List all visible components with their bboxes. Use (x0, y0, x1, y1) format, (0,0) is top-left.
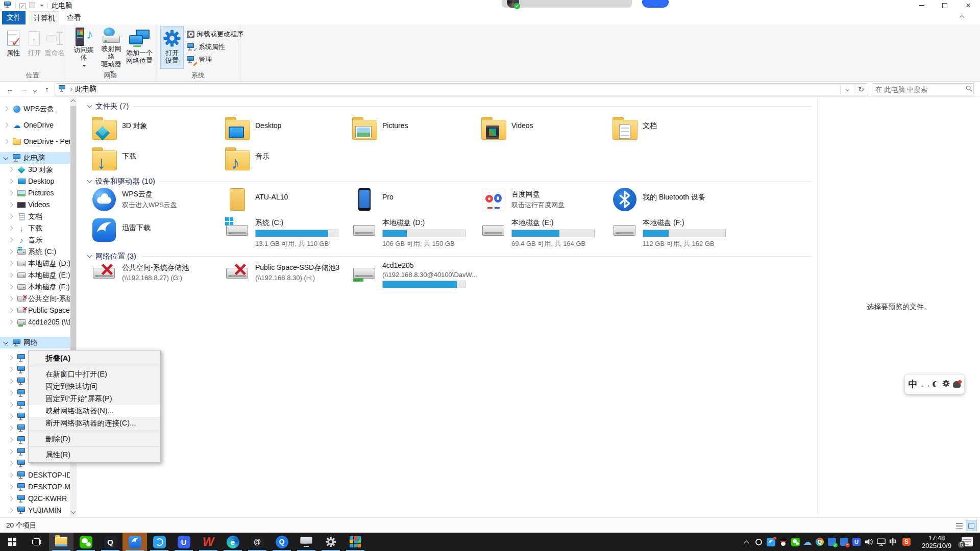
tray-uu-tray[interactable]: U (850, 533, 863, 551)
tree-item[interactable]: Q2C-KWRR (0, 493, 70, 505)
taskbar-app-file-explorer[interactable] (49, 533, 74, 551)
taskbar-app-pixel-app[interactable] (343, 533, 368, 551)
ime-logo-icon[interactable] (953, 381, 961, 388)
file-tile[interactable]: ♪音乐 (225, 147, 353, 174)
context-menu-item[interactable]: 在新窗口中打开(E) (29, 368, 160, 380)
context-menu-item[interactable]: 固定到快速访问 (29, 380, 160, 392)
taskbar-app-remote-desktop[interactable] (294, 533, 318, 551)
customize-toolbar-dropdown-icon[interactable] (40, 5, 44, 7)
tab-computer[interactable]: 计算机 (30, 11, 59, 24)
background-window-peek[interactable]: ✓ (502, 0, 632, 8)
section-header[interactable]: 网络位置 (3) (88, 251, 812, 261)
file-tile[interactable]: 4cd1e205(\\192.168.8.30@40100\DavW... (352, 261, 480, 294)
chevron-right-icon[interactable] (8, 485, 13, 489)
file-tile[interactable]: 本地磁盘 (E:)69.4 GB 可用, 共 164 GB (481, 218, 609, 247)
chevron-down-icon[interactable] (4, 340, 8, 344)
tree-item[interactable]: × 公共空间-系统存 (0, 293, 70, 305)
tree-item[interactable]: 系统 (C:) (0, 246, 70, 258)
file-tile[interactable]: 本地磁盘 (D:)106 GB 可用, 共 150 GB (352, 218, 480, 247)
file-tile[interactable]: ATU-AL10 (225, 188, 353, 216)
file-tile[interactable]: 我的 Bluetooth 设备 (612, 188, 741, 216)
search-box[interactable] (872, 83, 974, 95)
ime-halfwidth-moon-icon[interactable] (933, 381, 939, 387)
ime-language-mode[interactable]: 中 (909, 378, 918, 390)
chevron-right-icon[interactable] (8, 214, 13, 219)
tree-item[interactable]: DESKTOP-MG (0, 481, 70, 493)
taskbar-app-edge[interactable]: e (220, 533, 245, 551)
context-menu-item[interactable]: 映射网络驱动器(N)... (29, 405, 160, 417)
taskbar-app-thunder[interactable] (122, 533, 147, 551)
tree-item[interactable]: Videos (0, 199, 70, 211)
tree-item[interactable]: 3D 对象 (0, 164, 70, 176)
tree-item[interactable]: ♪ 音乐 (0, 234, 70, 246)
breadcrumb[interactable]: 此电脑 (55, 85, 96, 94)
chevron-right-icon[interactable] (8, 249, 13, 254)
chevron-right-icon[interactable] (8, 273, 13, 278)
up-button[interactable]: ↑ (41, 84, 53, 95)
back-button[interactable]: ← (4, 84, 16, 95)
tray-sogou[interactable]: S (900, 533, 913, 551)
breadcrumb-location[interactable]: 此电脑 (75, 85, 96, 94)
file-tile[interactable]: 迅雷下载 (91, 218, 220, 247)
context-menu-item[interactable]: 断开网络驱动器的连接(C)... (29, 417, 160, 429)
file-tile[interactable]: ×公共空间-系统存储池(\\192.168.8.27) (G:) (91, 261, 220, 294)
chevron-right-icon[interactable] (8, 191, 13, 195)
chevron-down-icon[interactable] (4, 155, 8, 160)
taskbar-app-settings[interactable] (318, 533, 343, 551)
tray-ime-zh[interactable]: 中 (887, 533, 899, 551)
ribbon-button-properties[interactable]: ✓ 属性 (3, 26, 23, 69)
chevron-right-icon[interactable] (8, 449, 13, 454)
chevron-right-icon[interactable] (8, 461, 13, 466)
start-button[interactable] (0, 533, 24, 551)
tree-item[interactable]: Pictures (0, 187, 70, 199)
taskbar-app-im-blue[interactable] (147, 533, 172, 551)
file-tile[interactable]: WPS云盘双击进入WPS云盘 (91, 188, 220, 216)
tray-sync-ok[interactable]: ✓ (826, 533, 838, 551)
chevron-right-icon[interactable] (8, 438, 13, 442)
minimize-button[interactable] (910, 0, 933, 11)
tree-item[interactable]: 4cd1e205 (\\1 (0, 316, 70, 328)
file-tile[interactable]: Pictures (352, 116, 480, 144)
chevron-right-icon[interactable] (8, 285, 13, 289)
chevron-right-icon[interactable] (8, 261, 13, 266)
context-menu-item[interactable]: 删除(D) (29, 433, 160, 445)
tray-qq-tray[interactable] (777, 533, 789, 551)
context-menu-item[interactable]: 固定到“开始”屏幕(P) (29, 392, 160, 405)
tab-view[interactable]: 查看 (62, 11, 86, 24)
chevron-right-icon[interactable] (8, 414, 13, 419)
scroll-down-icon[interactable] (71, 509, 76, 514)
file-tile[interactable]: 3D 对象 (91, 116, 220, 144)
tray-onedrive-tray[interactable]: ☁ (801, 533, 814, 551)
file-tile[interactable]: 系统 (C:)13.1 GB 可用, 共 110 GB (225, 218, 353, 247)
ribbon-button-settings-gear[interactable]: 打开设置 (160, 26, 184, 69)
tree-item[interactable]: 本地磁盘 (D:) (0, 258, 70, 269)
chevron-right-icon[interactable] (8, 296, 13, 301)
task-view-button[interactable] (24, 533, 49, 551)
chevron-right-icon[interactable] (8, 426, 13, 431)
file-tile[interactable]: Pro (352, 188, 480, 216)
ribbon-small-button-manage[interactable]: 管理 (186, 54, 283, 65)
ime-settings-gear-icon[interactable] (942, 380, 950, 389)
ribbon-collapse-chevron-icon[interactable] (960, 15, 965, 20)
file-tile[interactable]: Videos (481, 116, 609, 144)
taskbar-app-qq[interactable]: Q (98, 533, 122, 551)
taskbar-clock[interactable]: 17:482025/10/9 (915, 533, 959, 551)
details-view-toggle[interactable] (953, 520, 965, 531)
chevron-right-icon[interactable] (8, 179, 13, 184)
file-tile[interactable]: 文档 (612, 116, 741, 144)
tray-hidden-icons-chevron[interactable] (740, 533, 752, 551)
tray-network-tray[interactable] (875, 533, 887, 551)
icons-view-toggle[interactable] (966, 520, 977, 531)
ribbon-button-add-network[interactable]: 添加一个网络位置 (126, 26, 153, 69)
tree-item[interactable]: 本地磁盘 (F:) (0, 281, 70, 293)
tree-item[interactable]: Desktop (0, 176, 70, 187)
scrollbar-thumb[interactable] (70, 106, 76, 392)
chevron-right-icon[interactable] (8, 367, 13, 372)
file-tile[interactable]: ↓下载 (91, 147, 220, 174)
tray-q-colorful[interactable]: Q (814, 533, 826, 551)
tree-item[interactable]: 网络 (0, 337, 70, 348)
chevron-right-icon[interactable] (8, 403, 13, 407)
ime-toolbar[interactable]: 中 。, (904, 374, 965, 394)
section-collapse-icon[interactable] (87, 103, 92, 108)
chevron-right-icon[interactable] (8, 508, 13, 513)
